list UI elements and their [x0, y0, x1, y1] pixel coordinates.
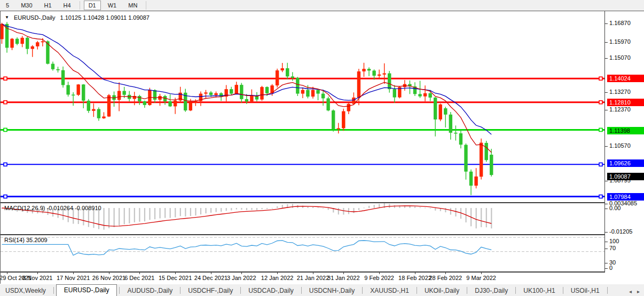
line-handle[interactable]: [4, 101, 7, 104]
candle: [454, 133, 457, 134]
macd-histogram-bar: [190, 208, 191, 216]
macd-histogram-bar: [312, 207, 313, 208]
date-tick: [277, 273, 278, 274]
chart-tab-usdchf-daily[interactable]: USDCHF-,Daily: [183, 285, 238, 296]
rsi-indicator-panel[interactable]: RSI(14) 35.2009: [1, 235, 604, 271]
candle: [286, 68, 289, 76]
line-handle[interactable]: [4, 195, 7, 198]
price-chart-panel[interactable]: ▼ EURUSD-,Daily 1.10125 1.10428 1.09011 …: [1, 11, 604, 202]
timeframe-button-h1[interactable]: H1: [40, 1, 57, 10]
candle: [1, 24, 4, 39]
tab-scroll-right-icon[interactable]: ▸: [637, 289, 640, 294]
candle: [204, 92, 207, 93]
macd-histogram-bar: [292, 204, 293, 208]
date-label: 28 Feb 2022: [429, 275, 462, 281]
line-handle[interactable]: [4, 163, 7, 166]
macd-histogram-bar: [445, 208, 446, 212]
chart-tab-usdcnh-daily[interactable]: USDCNH-,Daily: [304, 285, 360, 296]
axis-tick: [605, 268, 608, 269]
chart-tab-audusd-daily[interactable]: AUDUSD-,Daily: [122, 285, 178, 296]
timeframe-button-d1[interactable]: D1: [84, 1, 101, 10]
macd-histogram-bar: [338, 208, 339, 214]
chart-tab-xauusd-h1[interactable]: XAUUSD-,H1: [365, 285, 414, 296]
axis-tick: [605, 110, 608, 110]
candle: [474, 177, 477, 186]
macd-histogram-bar: [450, 208, 451, 214]
candle: [143, 101, 146, 105]
date-label: 9 Feb 2022: [364, 275, 394, 281]
timeframe-button-w1[interactable]: W1: [103, 1, 122, 10]
chart-tab-ukoil-daily[interactable]: UKOil-,Daily: [419, 285, 465, 296]
macd-histogram-bar: [134, 208, 135, 222]
line-handle[interactable]: [599, 77, 602, 80]
macd-histogram-bar: [236, 208, 237, 210]
candle: [189, 102, 192, 110]
candle: [393, 89, 396, 97]
chart-title: ▼ EURUSD-,Daily 1.10125 1.10428 1.09011 …: [5, 14, 150, 21]
macd-histogram-bar: [119, 208, 120, 226]
macd-histogram-bar: [420, 207, 421, 208]
candle: [20, 38, 23, 44]
chart-tab-usdx-weekly[interactable]: USDX,Weekly: [0, 285, 51, 296]
date-tick: [379, 273, 380, 274]
line-handle[interactable]: [599, 128, 602, 131]
timeframe-button-h4[interactable]: H4: [59, 1, 76, 10]
candle: [174, 100, 177, 106]
date-label: 8 Nov 2021: [22, 275, 52, 281]
symbol-dropdown-icon[interactable]: ▼: [5, 15, 9, 21]
macd-indicator-panel[interactable]: MACD(12,26,9) -0.010264 -0.008910: [1, 203, 604, 234]
price-line-badge: 1.09087: [607, 173, 644, 180]
axis-tick: [605, 249, 608, 249]
candle: [423, 93, 427, 97]
timeframe-button-5[interactable]: 5: [1, 1, 14, 10]
line-handle[interactable]: [599, 101, 602, 104]
candle: [265, 87, 269, 93]
macd-histogram-bar: [124, 208, 125, 224]
candle: [418, 94, 421, 96]
tab-separator: [53, 287, 54, 294]
tab-separator: [607, 287, 608, 294]
chart-tab-usoil-h1[interactable]: USOil-,H1: [566, 285, 605, 296]
macd-histogram-bar: [486, 208, 487, 227]
chart-tab-dj30-daily[interactable]: DJ30-,Daily: [469, 285, 513, 296]
chart-window: ▼ EURUSD-,Daily 1.10125 1.10428 1.09011 …: [0, 11, 644, 284]
line-handle[interactable]: [599, 163, 602, 166]
candle: [428, 93, 431, 98]
candle: [15, 39, 19, 44]
tab-separator: [240, 287, 241, 294]
macd-histogram-bar: [323, 208, 324, 209]
date-tick: [211, 273, 211, 274]
tab-separator: [362, 287, 363, 294]
candle: [82, 84, 85, 100]
price-tick-label: 1.15970: [609, 38, 631, 45]
candle: [388, 74, 391, 90]
date-tick: [7, 273, 7, 274]
chart-tab-uk100-h1[interactable]: UK100-,H1: [518, 285, 560, 296]
macd-histogram-bar: [414, 206, 415, 208]
price-line-badge: 1.14024: [607, 75, 644, 82]
candle: [235, 85, 238, 93]
price-tick-label: 1.16870: [609, 20, 631, 26]
line-handle[interactable]: [4, 128, 7, 131]
macd-histogram-bar: [170, 208, 171, 218]
candle: [449, 115, 452, 133]
chart-tab-usdcad-daily[interactable]: USDCAD-,Daily: [243, 285, 299, 296]
macd-histogram-bar: [435, 208, 436, 211]
candle: [464, 145, 467, 172]
macd-histogram-bar: [221, 208, 222, 212]
macd-histogram-bar: [175, 208, 176, 217]
macd-histogram-bar: [149, 208, 150, 220]
chart-tab-eurusd-daily[interactable]: EURUSD-,Daily: [56, 284, 117, 296]
timeframe-button-m30[interactable]: M30: [16, 1, 37, 10]
axis-tick: [605, 92, 608, 93]
date-label: 6 Dec 2021: [124, 275, 154, 281]
candle: [153, 90, 156, 100]
tab-separator: [417, 287, 417, 294]
tab-separator: [563, 287, 563, 294]
date-tick: [109, 273, 109, 274]
timeframe-button-mn[interactable]: MN: [123, 1, 142, 10]
line-handle[interactable]: [599, 195, 602, 198]
candle: [485, 143, 488, 160]
line-handle[interactable]: [4, 77, 7, 80]
tab-scroll-left-icon[interactable]: ◂: [629, 289, 632, 294]
